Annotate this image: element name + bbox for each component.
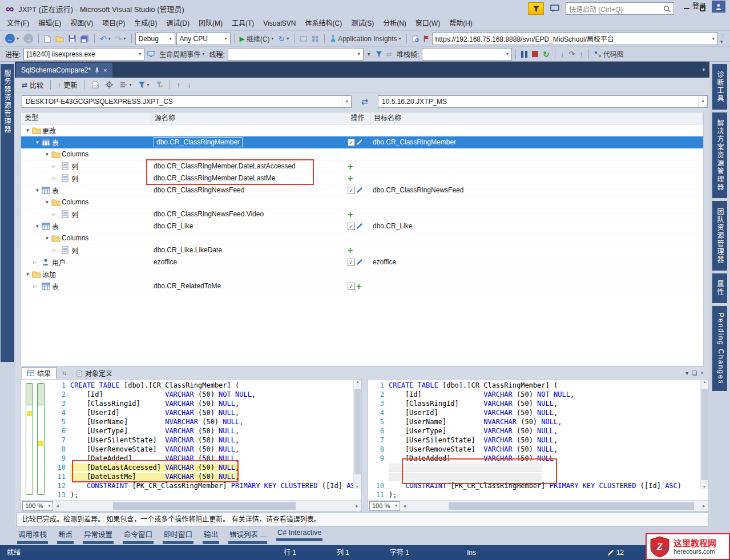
undo-button[interactable]: ↶▾	[98, 33, 112, 45]
panel-tab[interactable]: 命令窗口	[123, 529, 154, 545]
pin-icon[interactable]	[95, 67, 99, 74]
find-in-files-button[interactable]	[410, 33, 421, 45]
table-row[interactable]: ▷用户ezoffice✓ezoffice	[21, 256, 703, 268]
menu-item[interactable]: 项目(P)	[98, 17, 130, 30]
column-header-type[interactable]: 类型	[21, 112, 151, 124]
pause-button[interactable]	[519, 48, 529, 61]
code-map-button[interactable]: 代码图	[592, 48, 626, 61]
thread-flag-button[interactable]: ▼	[365, 48, 373, 61]
open-file-button[interactable]	[54, 33, 66, 45]
expander-icon[interactable]: ▼	[33, 140, 42, 145]
tools-icon-button[interactable]	[310, 33, 321, 45]
generate-script-button[interactable]: <>	[90, 79, 101, 91]
table-row[interactable]: ▼Columns	[21, 196, 703, 208]
table-row[interactable]: ▼表dbo.CR_ClassRingMember✓dbo.CR_ClassRin…	[21, 136, 703, 148]
panel-tab[interactable]: 调用堆栈	[17, 529, 48, 545]
table-row[interactable]: ▷列dbo.CR_ClassRingMember.DateLastMe+	[21, 172, 703, 184]
table-row[interactable]: ▼Columns	[21, 148, 703, 160]
sidebar-tab-server-explorer[interactable]: 服务器资源管理器	[1, 64, 14, 362]
redo-button[interactable]: ↷▾	[114, 33, 128, 45]
table-row[interactable]: ▼更改	[21, 124, 703, 136]
nav-forward-button[interactable]: →	[22, 33, 35, 45]
panel-close-button[interactable]: ×	[700, 370, 704, 376]
options-gear-button[interactable]	[103, 79, 115, 91]
panel-tab[interactable]: 异常设置	[83, 529, 114, 545]
sidebar-tab[interactable]: Pending Changes	[712, 306, 727, 391]
source-vertical-scrollbar[interactable]: ▴▾	[353, 380, 361, 489]
table-row[interactable]: ▼表dbo.CR_Like✓dbo.CR_Like	[21, 220, 703, 232]
table-row[interactable]: ▷列dbo.CR_Like.LikeDate+	[21, 244, 703, 256]
target-zoom-select[interactable]: 100 %▾	[369, 501, 400, 511]
menu-item[interactable]: 分析(N)	[378, 17, 411, 30]
sidebar-tab[interactable]: 诊断工具	[712, 64, 727, 110]
expander-icon[interactable]: ▼	[33, 188, 42, 193]
table-row[interactable]: ▷列dbo.CR_ClassRingNewsFeed.Video+	[21, 208, 703, 220]
expander-icon[interactable]: ▷	[33, 257, 42, 267]
menu-item[interactable]: 生成(B)	[130, 17, 162, 30]
update-button[interactable]: ↑更新	[55, 79, 80, 91]
action-checkbox[interactable]: ✓	[348, 223, 355, 230]
menu-item[interactable]: 文件(F)	[2, 17, 34, 30]
expander-icon[interactable]: ▷	[53, 245, 61, 255]
menu-item[interactable]: 编辑(E)	[34, 17, 66, 30]
step-out-button[interactable]: ↑	[578, 48, 585, 61]
action-checkbox[interactable]: ✓	[348, 187, 355, 194]
expander-icon[interactable]: ▼	[43, 152, 51, 157]
source-horizontal-scrollbar[interactable]	[62, 502, 353, 510]
scroll-left-icon[interactable]: ◂	[400, 503, 409, 509]
previous-diff-button[interactable]: ↑	[175, 79, 183, 91]
continue-button[interactable]: ▶继续(C)▾	[238, 33, 276, 45]
platform-select[interactable]: Any CPU▾	[176, 33, 231, 45]
panel-tab[interactable]: C# Interactive	[276, 529, 322, 545]
refresh-button[interactable]: ↻▾	[276, 33, 291, 45]
diff-map-source-bar[interactable]	[26, 383, 33, 495]
thread-select[interactable]: ▾	[228, 48, 364, 61]
group-by-button[interactable]: ▾	[118, 79, 134, 91]
thread-swap-button[interactable]: ⇄	[385, 48, 394, 61]
toolbar-overflow-button[interactable]: ⋮▾	[719, 33, 727, 45]
table-row[interactable]: ▷表dbo.CR_RelatedToMe✓+	[21, 280, 703, 292]
app-insights-button[interactable]: Application Insights▾	[328, 33, 402, 45]
table-row[interactable]: ▷列dbo.CR_ClassRingMember.DateLastAccesse…	[21, 160, 703, 172]
menu-item[interactable]: VisualSVN	[259, 17, 300, 30]
save-button[interactable]	[67, 33, 78, 45]
source-database-select[interactable]: DESKTOP-E43GCGP\SQLEXPRESS.JXPT_CS▾	[22, 95, 352, 108]
nav-back-button[interactable]: ←▾	[3, 33, 21, 45]
new-file-button[interactable]	[42, 33, 53, 45]
target-vertical-scrollbar[interactable]: ▴▾	[700, 380, 708, 489]
target-horizontal-scrollbar[interactable]	[409, 502, 700, 510]
build-icon-button[interactable]	[298, 33, 309, 45]
menu-item[interactable]: 帮助(H)	[445, 17, 477, 30]
panel-tab[interactable]: 断点	[57, 529, 74, 545]
step-over-button[interactable]: ↷	[567, 48, 576, 61]
action-checkbox[interactable]: ✓	[348, 283, 355, 290]
tab-sqlschemacompare[interactable]: SqlSchemaCompare2* ×	[16, 63, 112, 78]
scroll-right-icon[interactable]: ▸	[353, 503, 361, 509]
quick-launch-search[interactable]: 快速启动 (Ctrl+Q)	[566, 2, 674, 15]
process-select[interactable]: [16240] iisexpress.exe▾	[23, 48, 144, 61]
column-header-action[interactable]: 操作	[345, 112, 370, 124]
lifecycle-events-button[interactable]: 生命周期事件▾	[158, 48, 206, 61]
action-checkbox[interactable]: ✓	[348, 139, 355, 146]
target-code-area[interactable]: 1CREATE TABLE [dbo].[CR_ClassRingMember]…	[368, 380, 708, 500]
expander-icon[interactable]: ▷	[33, 281, 42, 291]
menu-item[interactable]: 视图(V)	[66, 17, 98, 30]
panel-tab[interactable]: 错误列表 ...	[228, 529, 267, 545]
panel-tab[interactable]: 输出	[203, 529, 219, 545]
table-row[interactable]: ▼Columns	[21, 232, 703, 244]
stack-frame-select[interactable]: ▾	[422, 48, 512, 61]
sort-toggle-button[interactable]: ↑↓	[60, 367, 68, 379]
menu-item[interactable]: 窗口(W)	[411, 17, 445, 30]
scroll-left-icon[interactable]: ◂	[53, 503, 62, 509]
solution-config-select[interactable]: Debug▾	[135, 33, 175, 45]
menu-item[interactable]: 工具(T)	[227, 17, 259, 30]
step-into-button[interactable]: ↓	[559, 48, 566, 61]
sidebar-tab[interactable]: 团队资源管理器	[712, 201, 727, 271]
table-row[interactable]: ▼表dbo.CR_ClassRingNewsFeed✓dbo.CR_ClassR…	[21, 184, 703, 196]
expander-icon[interactable]: ▼	[33, 224, 42, 229]
sign-in-link[interactable]: 登录	[692, 0, 706, 13]
action-checkbox[interactable]: ✓	[348, 259, 355, 266]
column-header-target[interactable]: 目标名称	[370, 112, 703, 124]
scroll-right-icon[interactable]: ▸	[700, 503, 708, 509]
swap-source-target-button[interactable]: ⇄	[356, 95, 373, 108]
